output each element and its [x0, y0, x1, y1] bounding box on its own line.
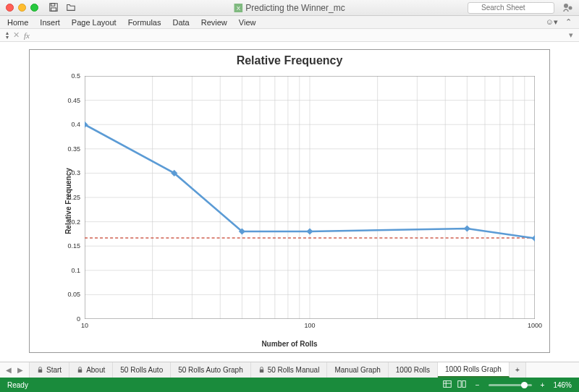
share-icon[interactable] [562, 1, 573, 14]
svg-rect-47 [38, 370, 42, 372]
close-window-button[interactable] [6, 4, 14, 12]
document-title: X Predicting the Winner_mc [234, 3, 345, 13]
lock-icon [77, 367, 83, 373]
smiley-icon[interactable]: ☺▾ [546, 17, 558, 27]
sheet-tab-label: 50 Rolls Auto Graph [178, 366, 243, 374]
svg-rect-48 [78, 370, 82, 372]
x-axis-label: Number of Rolls [261, 340, 317, 348]
x-tick: 1000 [528, 322, 542, 329]
lock-icon [37, 367, 43, 373]
svg-rect-2 [51, 7, 56, 10]
y-tick: 0.25 [67, 194, 80, 201]
svg-point-7 [564, 4, 568, 8]
plot-svg [85, 76, 535, 319]
zoom-slider[interactable] [489, 384, 532, 386]
svg-rect-53 [457, 381, 460, 388]
page-layout-view-icon[interactable] [457, 379, 467, 391]
plot-area: 00.050.10.150.20.250.30.350.40.450.5 101… [85, 76, 535, 319]
next-sheet-button[interactable]: ▶ [17, 366, 23, 374]
ribbon-tab-view[interactable]: View [239, 18, 256, 27]
y-tick: 0.2 [71, 218, 80, 226]
x-tick: 10 [81, 322, 88, 329]
search-input[interactable] [468, 2, 554, 14]
ribbon-tab-insert[interactable]: Insert [40, 18, 60, 27]
collapse-ribbon-icon[interactable]: ⌃ [565, 17, 572, 27]
sheet-tab-50-rolls-auto-graph[interactable]: 50 Rolls Auto Graph [171, 362, 251, 378]
sheet-tab-start[interactable]: Start [30, 362, 69, 378]
status-text: Ready [7, 381, 28, 389]
quick-access [48, 2, 76, 14]
zoom-window-button[interactable] [30, 4, 38, 12]
svg-text:X: X [237, 5, 241, 12]
cancel-formula-icon[interactable]: ✕ [13, 30, 20, 40]
y-tick: 0.45 [67, 97, 80, 104]
sheet-tab-label: Start [46, 366, 62, 374]
svg-point-8 [569, 6, 572, 9]
normal-view-icon[interactable] [442, 379, 452, 391]
y-tick: 0.1 [71, 267, 80, 274]
ribbon-tab-formulas[interactable]: Formulas [128, 18, 161, 27]
sheet-tab-label: 50 Rolls Manual [268, 366, 320, 374]
add-sheet-button[interactable]: + [510, 362, 526, 378]
svg-rect-45 [464, 225, 470, 231]
prev-sheet-button[interactable]: ◀ [6, 366, 12, 374]
sheet-tab-label: 1000 Rolls Graph [445, 365, 502, 373]
ribbon-tab-page-layout[interactable]: Page Layout [72, 18, 117, 27]
status-bar: Ready − + 146% [0, 378, 579, 392]
sheet-tab-bar: ◀ ▶ StartAbout50 Rolls Auto50 Rolls Auto… [0, 362, 579, 378]
sheet-tab-1000-rolls[interactable]: 1000 Rolls [389, 362, 438, 378]
sheet-tab-1000-rolls-graph[interactable]: 1000 Rolls Graph [438, 362, 510, 378]
formula-bar: ▴▾ ✕ fx ▾ [0, 29, 579, 42]
zoom-out-button[interactable]: − [476, 381, 480, 389]
ribbon-tab-home[interactable]: Home [7, 18, 28, 27]
zoom-level[interactable]: 146% [553, 381, 572, 389]
fx-icon[interactable]: fx [24, 31, 30, 40]
sheet-canvas: Relative Frequency Relative Frequency Nu… [0, 42, 579, 362]
sheet-tab-50-rolls-auto[interactable]: 50 Rolls Auto [113, 362, 171, 378]
open-icon[interactable] [66, 2, 76, 14]
sheet-tab-label: About [86, 366, 105, 374]
sheet-tab-manual-graph[interactable]: Manual Graph [327, 362, 388, 378]
svg-rect-54 [462, 381, 465, 388]
ribbon: Home Insert Page Layout Formulas Data Re… [0, 16, 579, 29]
zoom-in-button[interactable]: + [541, 381, 545, 389]
ribbon-tab-data[interactable]: Data [172, 18, 189, 27]
window-controls [6, 4, 38, 12]
chart[interactable]: Relative Frequency Relative Frequency Nu… [29, 49, 550, 353]
save-icon[interactable] [48, 2, 59, 14]
svg-rect-44 [306, 229, 313, 235]
ribbon-tab-review[interactable]: Review [201, 18, 227, 27]
sheet-tab-label: 1000 Rolls [396, 366, 430, 374]
svg-rect-50 [443, 381, 451, 388]
minimize-window-button[interactable] [18, 4, 26, 12]
expand-formula-bar-icon[interactable]: ▾ [569, 30, 573, 40]
y-tick: 0.15 [67, 242, 80, 250]
sheet-tab-label: Manual Graph [334, 366, 380, 374]
svg-rect-46 [531, 235, 535, 242]
chart-title: Relative Frequency [30, 54, 549, 67]
y-tick: 0.05 [67, 291, 80, 298]
lock-icon [258, 367, 265, 373]
svg-rect-1 [51, 3, 55, 6]
svg-rect-49 [260, 370, 263, 372]
y-tick: 0.35 [67, 145, 80, 153]
excel-doc-icon: X [234, 4, 242, 12]
name-box-dropdown[interactable]: ▴▾ [6, 31, 9, 40]
sheet-tab-label: 50 Rolls Auto [120, 366, 163, 374]
search-sheet[interactable] [468, 2, 554, 14]
y-tick: 0.3 [71, 169, 80, 176]
sheet-tab-about[interactable]: About [69, 362, 113, 378]
y-tick: 0.5 [71, 72, 80, 80]
y-tick: 0.4 [71, 121, 80, 128]
x-tick: 100 [304, 322, 315, 329]
sheet-tab-50-rolls-manual[interactable]: 50 Rolls Manual [251, 362, 328, 378]
y-tick: 0 [77, 315, 80, 323]
titlebar: X Predicting the Winner_mc [0, 0, 579, 16]
